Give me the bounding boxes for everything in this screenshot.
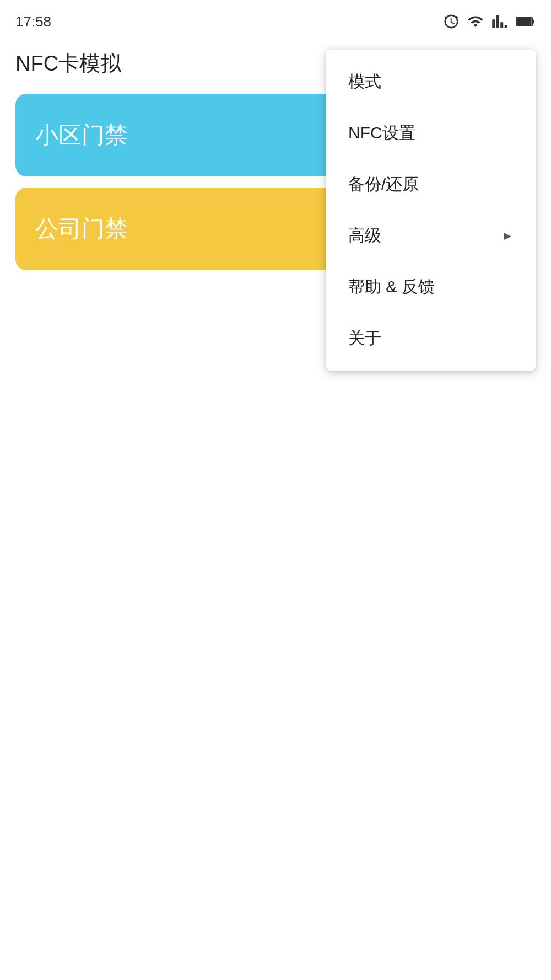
menu-item-backup-restore[interactable]: 备份/还原 — [326, 159, 536, 210]
menu-item-mode-label: 模式 — [348, 71, 381, 93]
battery-icon — [516, 13, 536, 30]
svg-rect-2 — [517, 18, 532, 25]
menu-item-backup-restore-label: 备份/还原 — [348, 173, 419, 196]
status-icons — [443, 13, 536, 30]
card-cyan-label: 小区门禁 — [35, 120, 128, 151]
wifi-icon — [467, 13, 484, 30]
alarm-icon — [443, 13, 460, 30]
card-yellow-label: 公司门禁 — [35, 213, 128, 244]
page-title: NFC卡模拟 — [15, 50, 121, 78]
chevron-right-icon: ► — [501, 229, 514, 243]
menu-item-advanced[interactable]: 高级 ► — [326, 210, 536, 261]
menu-item-about-label: 关于 — [348, 327, 381, 350]
svg-rect-1 — [532, 20, 534, 24]
menu-item-nfc-settings[interactable]: NFC设置 — [326, 108, 536, 159]
menu-item-nfc-settings-label: NFC设置 — [348, 122, 415, 144]
status-bar: 17:58 — [0, 0, 551, 39]
dropdown-menu: 模式 NFC设置 备份/还原 高级 ► 帮助 & 反馈 关于 — [326, 50, 536, 371]
menu-item-help-feedback-label: 帮助 & 反馈 — [348, 276, 435, 298]
menu-item-help-feedback[interactable]: 帮助 & 反馈 — [326, 261, 536, 313]
signal-icon — [491, 13, 508, 30]
status-time: 17:58 — [15, 13, 51, 30]
menu-item-advanced-label: 高级 — [348, 224, 381, 247]
menu-item-about[interactable]: 关于 — [326, 313, 536, 364]
menu-item-mode[interactable]: 模式 — [326, 56, 536, 108]
